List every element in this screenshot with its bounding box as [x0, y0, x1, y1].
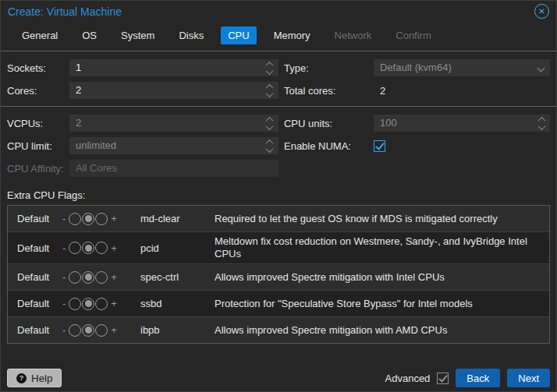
flag-tristate-slider[interactable]: - +	[61, 271, 140, 284]
tab-cpu[interactable]: CPU	[221, 26, 256, 44]
dialog-header: Create: Virtual Machine ✕	[1, 1, 556, 22]
table-row: Default - + md-clear Required to let the…	[8, 206, 549, 232]
section-divider	[1, 106, 556, 107]
help-button[interactable]: ? Help	[7, 369, 62, 387]
tab-memory[interactable]: Memory	[267, 26, 318, 44]
flag-tristate-slider[interactable]: - +	[61, 298, 140, 310]
question-icon: ?	[16, 373, 27, 383]
sockets-spinner[interactable]	[264, 59, 275, 76]
help-label: Help	[31, 373, 52, 384]
advanced-checkbox[interactable]	[437, 373, 449, 384]
enable-numa-label: Enable NUMA:	[284, 140, 374, 152]
cpu-type-combobox[interactable]: Default (kvm64)	[374, 59, 550, 76]
plus-icon[interactable]: +	[109, 242, 119, 254]
cpu-units-label: CPU units:	[284, 118, 374, 129]
spinner-down-icon[interactable]	[266, 145, 274, 153]
tab-bar: General OS System Disks CPU Memory Netwo…	[1, 22, 556, 51]
vcpus-input[interactable]: 2	[69, 115, 278, 132]
tab-os[interactable]: OS	[75, 26, 104, 44]
tab-general[interactable]: General	[15, 26, 65, 44]
slider-on-dot[interactable]	[95, 213, 108, 225]
spinner-down-icon[interactable]	[266, 122, 274, 130]
advanced-label: Advanced	[385, 373, 431, 384]
slider-default-dot[interactable]	[82, 324, 94, 337]
table-row: Default - + ssbd Protection for "Specula…	[8, 291, 549, 317]
slider-off-dot[interactable]	[69, 213, 81, 225]
cpu-type-value: Default (kvm64)	[380, 62, 452, 73]
flag-state: Default	[8, 298, 61, 309]
check-icon	[375, 140, 385, 150]
vcpus-value: 2	[76, 117, 81, 129]
flag-tristate-slider[interactable]: - +	[61, 242, 140, 254]
cores-value: 2	[76, 84, 81, 96]
flag-description: Allows improved Spectre mitigation with …	[215, 268, 549, 287]
slider-off-dot[interactable]	[69, 242, 81, 254]
minus-icon[interactable]: -	[61, 298, 67, 309]
close-icon[interactable]: ✕	[534, 4, 549, 19]
cpu-affinity-input: All Cores	[69, 160, 278, 177]
table-row: Default - + ibpb Allows improved Spectre…	[8, 317, 549, 343]
flag-tristate-slider[interactable]: - +	[61, 213, 140, 225]
cpu-limit-value: unlimited	[76, 139, 116, 151]
plus-icon[interactable]: +	[109, 298, 119, 309]
slider-on-dot[interactable]	[95, 324, 108, 337]
slider-default-dot[interactable]	[82, 213, 94, 225]
slider-default-dot[interactable]	[82, 271, 94, 284]
flag-name: spec-ctrl	[140, 271, 215, 283]
cpu-affinity-label: CPU Affinity:	[7, 163, 69, 175]
table-row: Default - + spec-ctrl Allows improved Sp…	[8, 264, 549, 291]
slider-default-dot[interactable]	[82, 242, 94, 254]
next-button[interactable]: Next	[507, 369, 550, 387]
plus-icon[interactable]: +	[109, 324, 119, 336]
cpu-units-input[interactable]: 100	[374, 115, 550, 132]
sockets-value: 1	[76, 62, 81, 73]
cpu-flags-table: Default - + md-clear Required to let the…	[7, 205, 550, 344]
slider-off-dot[interactable]	[69, 298, 81, 310]
cpu-units-value: 100	[380, 117, 397, 129]
minus-icon[interactable]: -	[61, 213, 67, 224]
check-icon	[439, 373, 449, 382]
vcpus-spinner[interactable]	[264, 115, 275, 132]
back-button[interactable]: Back	[456, 369, 500, 387]
slider-off-dot[interactable]	[69, 271, 81, 284]
vcpus-label: VCPUs:	[7, 118, 69, 129]
cores-input[interactable]: 2	[69, 82, 278, 99]
cpu-form: Sockets: 1 Cores: 2	[1, 51, 556, 344]
flag-name: ssbd	[140, 298, 215, 309]
tab-confirm: Confirm	[388, 26, 438, 44]
spinner-down-icon[interactable]	[537, 122, 545, 130]
flag-tristate-slider[interactable]: - +	[61, 324, 140, 337]
total-cores-label: Total cores:	[284, 85, 374, 97]
slider-on-dot[interactable]	[95, 242, 108, 254]
cpu-limit-label: CPU limit:	[7, 140, 69, 152]
minus-icon[interactable]: -	[61, 324, 67, 336]
sockets-input[interactable]: 1	[69, 59, 278, 76]
spinner-down-icon[interactable]	[266, 67, 274, 75]
type-label: Type:	[284, 62, 374, 74]
tab-system[interactable]: System	[114, 26, 161, 44]
slider-on-dot[interactable]	[95, 298, 108, 310]
cpu-limit-spinner[interactable]	[264, 137, 275, 154]
cores-spinner[interactable]	[264, 82, 275, 99]
enable-numa-checkbox[interactable]	[374, 140, 385, 152]
cpu-affinity-value: All Cores	[76, 162, 117, 174]
spinner-down-icon[interactable]	[266, 90, 274, 97]
minus-icon[interactable]: -	[61, 242, 67, 254]
slider-default-dot[interactable]	[82, 298, 94, 310]
plus-icon[interactable]: +	[109, 271, 119, 283]
slider-off-dot[interactable]	[69, 324, 81, 337]
create-vm-dialog: Create: Virtual Machine ✕ General OS Sys…	[0, 0, 557, 392]
flag-name: md-clear	[140, 213, 215, 224]
slider-on-dot[interactable]	[95, 271, 108, 284]
table-row: Default - + pcid Meltdown fix cost reduc…	[8, 232, 549, 264]
flag-state: Default	[8, 213, 61, 224]
plus-icon[interactable]: +	[109, 213, 119, 224]
chevron-down-icon[interactable]	[537, 65, 545, 72]
flag-description: Allows improved Spectre mitigation with …	[215, 321, 549, 340]
tab-disks[interactable]: Disks	[172, 26, 211, 44]
cpu-limit-input[interactable]: unlimited	[69, 137, 278, 154]
flag-state: Default	[8, 324, 61, 336]
cpu-units-spinner[interactable]	[536, 115, 547, 132]
minus-icon[interactable]: -	[61, 271, 67, 283]
extra-cpu-flags-label: Extra CPU Flags:	[7, 189, 550, 201]
